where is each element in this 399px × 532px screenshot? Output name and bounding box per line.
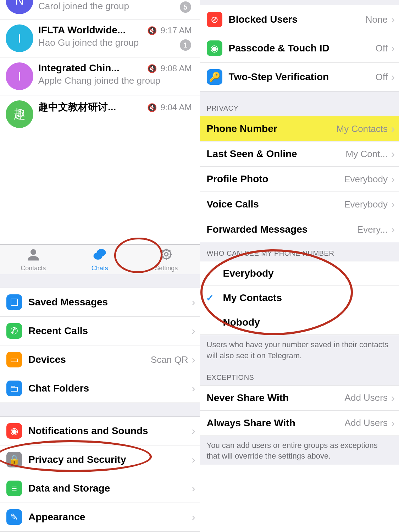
chat-title: Integrated Chin... (38, 62, 145, 74)
chevron-right-icon: › (192, 425, 195, 437)
cell-never-share[interactable]: Never Share With Add Users › (200, 386, 399, 411)
section-footer-who: Users who have your number saved in thei… (200, 335, 399, 371)
cell-label: Voice Calls (207, 199, 344, 210)
settings-group-1: ❏ Saved Messages › ✆ Recent Calls › ▭ De… (0, 288, 200, 403)
avatar-letter: N (15, 0, 24, 7)
chat-subtitle: Apple Chang joined the group (38, 75, 192, 86)
cell-last-seen[interactable]: Last Seen & Online My Cont... › (200, 142, 399, 167)
brush-icon: ✎ (6, 509, 22, 525)
chevron-right-icon: › (391, 173, 395, 185)
option-everybody[interactable]: Everybody (200, 261, 399, 286)
cell-phone-number[interactable]: Phone Number My Contacts › (200, 116, 399, 142)
chat-row[interactable]: I IFLTA Worldwide... 🔇 9:17 AM Hao Gu jo… (0, 20, 200, 57)
cell-profile-photo[interactable]: Profile Photo Everybody › (200, 167, 399, 192)
section-header-exceptions: EXCEPTIONS (200, 371, 399, 385)
cell-value: My Cont... (346, 149, 388, 160)
cell-label: Notifications and Sounds (22, 425, 190, 437)
mute-icon: 🔇 (147, 103, 157, 112)
who-options-group: Everybody ✓ My Contacts Nobody (200, 261, 399, 335)
chat-time: 9:08 AM (160, 63, 192, 73)
cell-privacy-security[interactable]: 🔒 Privacy and Security › (0, 445, 200, 474)
cell-blocked-users[interactable]: ⊘ Blocked Users None › (200, 5, 399, 34)
tab-bar: Contacts Chats Settings (0, 244, 200, 274)
cell-two-step-verification[interactable]: 🔑 Two-Step Verification Off › (200, 63, 399, 91)
cell-value: Add Users (345, 392, 388, 403)
chevron-right-icon: › (391, 417, 395, 429)
cell-value: Off (376, 72, 388, 83)
mute-icon: 🔇 (147, 64, 157, 73)
tab-settings[interactable]: Settings (142, 248, 191, 272)
security-group: ⊘ Blocked Users None › ◉ Passcode & Touc… (200, 5, 399, 92)
chat-list[interactable]: N NCLC/CLTA SIG... 9:33 AM Carol joined … (0, 0, 200, 244)
cell-always-share[interactable]: Always Share With Add Users › (200, 411, 399, 436)
folder-icon: 🗀 (6, 381, 22, 396)
chat-row[interactable]: N NCLC/CLTA SIG... 9:33 AM Carol joined … (0, 0, 200, 20)
section-header-who: WHO CAN SEE MY PHONE NUMBER (200, 242, 399, 261)
cell-saved-messages[interactable]: ❏ Saved Messages › (0, 288, 200, 317)
section-spacer (200, 0, 399, 5)
svg-point-4 (165, 253, 168, 256)
cell-label: Data and Storage (22, 483, 190, 494)
tab-label: Contacts (21, 265, 46, 272)
chat-row[interactable]: 趣 趣中文教材研讨... 🔇 9:04 AM (0, 95, 200, 133)
tab-chats[interactable]: Chats (75, 248, 124, 272)
option-label: My Contacts (207, 292, 395, 304)
section-footer-exceptions: You can add users or entire groups as ex… (200, 436, 399, 465)
cell-forwarded-messages[interactable]: Forwarded Messages Every... › (200, 217, 399, 242)
avatar: 趣 (6, 100, 33, 128)
cell-label: Two-Step Verification (222, 71, 376, 83)
option-label: Everybody (207, 268, 395, 279)
cell-label: Phone Number (207, 123, 337, 134)
option-label: Nobody (207, 317, 395, 328)
cell-value: My Contacts (337, 123, 388, 134)
chevron-right-icon: › (391, 223, 395, 235)
cell-label: Privacy and Security (22, 454, 190, 465)
chat-subtitle: Hao Gu joined the group (38, 37, 192, 48)
cell-label: Profile Photo (207, 173, 344, 185)
cell-label: Never Share With (207, 392, 345, 404)
cell-passcode-touchid[interactable]: ◉ Passcode & Touch ID Off › (200, 34, 399, 63)
tab-label: Settings (155, 265, 178, 272)
chevron-right-icon: › (391, 13, 395, 26)
svg-point-0 (31, 249, 36, 255)
cell-label: Devices (22, 354, 151, 365)
cell-voice-calls[interactable]: Voice Calls Everybody › (200, 192, 399, 217)
cell-label: Passcode & Touch ID (222, 43, 376, 54)
chevron-right-icon: › (391, 71, 395, 83)
tab-contacts[interactable]: Contacts (9, 248, 58, 272)
phone-icon: ✆ (6, 323, 22, 339)
option-my-contacts[interactable]: ✓ My Contacts (200, 286, 399, 310)
exceptions-group: Never Share With Add Users › Always Shar… (200, 385, 399, 436)
cell-notifications-sounds[interactable]: ◉ Notifications and Sounds › (0, 417, 200, 445)
tab-label: Chats (92, 265, 108, 272)
option-nobody[interactable]: Nobody (200, 310, 399, 335)
cell-recent-calls[interactable]: ✆ Recent Calls › (0, 317, 200, 345)
chevron-right-icon: › (192, 382, 195, 394)
lock-icon: 🔒 (6, 452, 22, 467)
right-column: ⊘ Blocked Users None › ◉ Passcode & Touc… (200, 0, 399, 532)
cell-appearance[interactable]: ✎ Appearance › (0, 503, 200, 532)
cell-value: Every... (357, 224, 388, 235)
cell-label: Forwarded Messages (207, 224, 357, 235)
cell-label: Blocked Users (222, 14, 366, 25)
cell-value: Off (376, 43, 388, 54)
checkmark-icon: ✓ (206, 293, 214, 304)
section-spacer (0, 403, 200, 416)
cell-label: Last Seen & Online (207, 148, 346, 160)
cell-value: Everybody (344, 199, 388, 210)
cell-devices[interactable]: ▭ Devices Scan QR › (0, 345, 200, 374)
chat-bubbles-icon (93, 248, 106, 263)
privacy-group: Phone Number My Contacts › Last Seen & O… (200, 116, 399, 242)
cell-value: None (366, 14, 388, 25)
cell-label: Appearance (22, 511, 190, 523)
block-icon: ⊘ (207, 12, 222, 27)
chevron-right-icon: › (391, 148, 395, 160)
chevron-right-icon: › (192, 296, 195, 308)
unread-badge: 5 (180, 1, 191, 13)
key-icon: 🔑 (207, 69, 222, 85)
cell-data-storage[interactable]: ≡ Data and Storage › (0, 474, 200, 503)
chat-row[interactable]: I Integrated Chin... 🔇 9:08 AM Apple Cha… (0, 57, 200, 95)
avatar: I (6, 24, 33, 52)
cell-chat-folders[interactable]: 🗀 Chat Folders › (0, 374, 200, 403)
chevron-right-icon: › (192, 511, 195, 523)
